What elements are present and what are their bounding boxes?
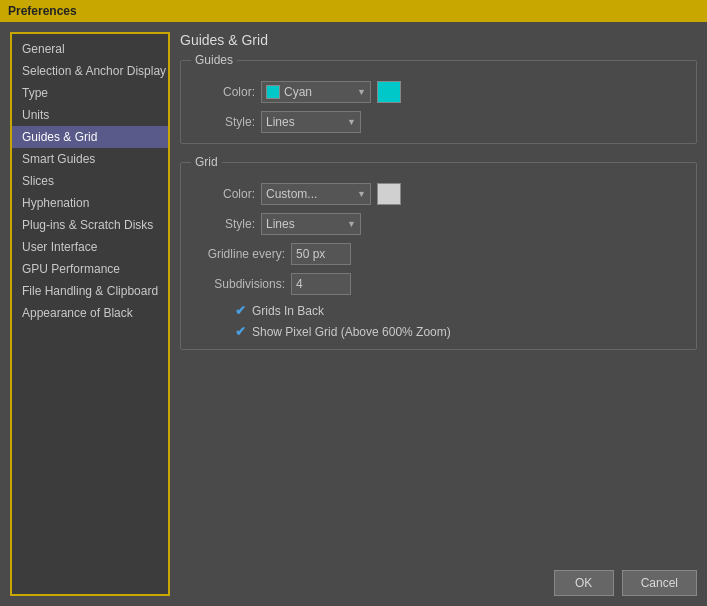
subdivisions-label: Subdivisions: [195, 277, 285, 291]
guides-color-arrow: ▼ [357, 87, 366, 97]
guides-color-dot [266, 85, 280, 99]
sidebar-item-appearance-of-black[interactable]: Appearance of Black [12, 302, 168, 324]
grid-style-arrow: ▼ [347, 219, 356, 229]
guides-style-dropdown[interactable]: Lines ▼ [261, 111, 361, 133]
show-pixel-grid-row: ✔ Show Pixel Grid (Above 600% Zoom) [195, 324, 682, 339]
button-row: OK Cancel [180, 560, 697, 596]
grid-style-row: Style: Lines ▼ [195, 213, 682, 235]
sidebar-item-general[interactable]: General [12, 38, 168, 60]
grid-color-preview[interactable] [377, 183, 401, 205]
dialog-body: GeneralSelection & Anchor DisplayTypeUni… [0, 22, 707, 606]
guides-style-name: Lines [266, 115, 295, 129]
guides-color-label: Color: [195, 85, 255, 99]
subdivisions-row: Subdivisions: [195, 273, 682, 295]
guides-color-preview[interactable] [377, 81, 401, 103]
cancel-button[interactable]: Cancel [622, 570, 697, 596]
sidebar-item-plug-ins-scratch-disks[interactable]: Plug-ins & Scratch Disks [12, 214, 168, 236]
sidebar-item-slices[interactable]: Slices [12, 170, 168, 192]
grid-color-arrow: ▼ [357, 189, 366, 199]
sidebar-item-file-handling-clipboard[interactable]: File Handling & Clipboard [12, 280, 168, 302]
content-area: Guides & Grid Guides Color: Cyan ▼ Style… [180, 32, 697, 596]
grids-in-back-row: ✔ Grids In Back [195, 303, 682, 318]
grid-color-label: Color: [195, 187, 255, 201]
sidebar-item-smart-guides[interactable]: Smart Guides [12, 148, 168, 170]
grids-in-back-label: Grids In Back [252, 304, 324, 318]
gridline-every-row: Gridline every: [195, 243, 682, 265]
guides-style-row: Style: Lines ▼ [195, 111, 682, 133]
guides-style-arrow: ▼ [347, 117, 356, 127]
sidebar-item-guides-grid[interactable]: Guides & Grid [12, 126, 168, 148]
grid-section: Grid Color: Custom... ▼ Style: Lines ▼ [180, 162, 697, 350]
guides-section-label: Guides [191, 53, 237, 67]
sidebar-item-type[interactable]: Type [12, 82, 168, 104]
spacer [180, 358, 697, 552]
gridline-every-input[interactable] [291, 243, 351, 265]
grids-in-back-checkmark[interactable]: ✔ [235, 303, 246, 318]
sidebar: GeneralSelection & Anchor DisplayTypeUni… [10, 32, 170, 596]
grid-style-label: Style: [195, 217, 255, 231]
sidebar-item-gpu-performance[interactable]: GPU Performance [12, 258, 168, 280]
grid-style-dropdown[interactable]: Lines ▼ [261, 213, 361, 235]
sidebar-item-selection-anchor-display[interactable]: Selection & Anchor Display [12, 60, 168, 82]
grid-color-row: Color: Custom... ▼ [195, 183, 682, 205]
grid-color-dropdown[interactable]: Custom... ▼ [261, 183, 371, 205]
grid-style-name: Lines [266, 217, 295, 231]
grid-color-name: Custom... [266, 187, 317, 201]
subdivisions-input[interactable] [291, 273, 351, 295]
sidebar-item-user-interface[interactable]: User Interface [12, 236, 168, 258]
ok-button[interactable]: OK [554, 570, 614, 596]
show-pixel-grid-label: Show Pixel Grid (Above 600% Zoom) [252, 325, 451, 339]
show-pixel-grid-checkmark[interactable]: ✔ [235, 324, 246, 339]
guides-section: Guides Color: Cyan ▼ Style: Lines [180, 60, 697, 144]
sidebar-item-units[interactable]: Units [12, 104, 168, 126]
guides-style-label: Style: [195, 115, 255, 129]
gridline-every-label: Gridline every: [195, 247, 285, 261]
title-bar-label: Preferences [8, 4, 77, 18]
guides-color-name: Cyan [284, 85, 312, 99]
sidebar-item-hyphenation[interactable]: Hyphenation [12, 192, 168, 214]
guides-color-dropdown[interactable]: Cyan ▼ [261, 81, 371, 103]
grid-section-label: Grid [191, 155, 222, 169]
title-bar: Preferences [0, 0, 707, 22]
page-title: Guides & Grid [180, 32, 697, 48]
guides-color-row: Color: Cyan ▼ [195, 81, 682, 103]
